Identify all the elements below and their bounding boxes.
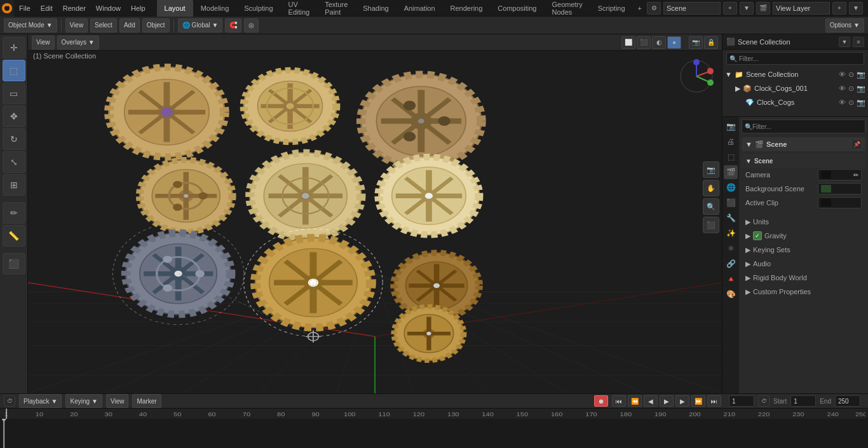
scale-tool[interactable]: ⤡ [3, 151, 25, 173]
add-menu[interactable]: Add [119, 18, 140, 32]
wireframe-shading[interactable]: ⬜ [621, 36, 635, 49]
camera-view[interactable]: 📷 [689, 36, 703, 49]
outliner-filter-btn[interactable]: ▼ [839, 37, 850, 47]
props-particles-icon[interactable]: ✨ [724, 226, 738, 240]
viewport-zoom-btn[interactable]: 🔍 [703, 198, 719, 215]
object-menu[interactable]: Object [142, 18, 170, 32]
outliner-item-clock-cogs[interactable]: 💎 Clock_Cogs 👁 ⊙ 📷 [722, 95, 868, 109]
props-object-icon[interactable]: ⬛ [724, 196, 738, 210]
playback-menu[interactable]: Playback ▼ [19, 394, 62, 408]
outliner-scene-collection[interactable]: ▼ 📁 Scene Collection 👁 ⊙ 📷 [722, 67, 868, 81]
tab-shading[interactable]: Shading [355, 0, 396, 17]
tab-uv-editing[interactable]: UV Editing [281, 0, 318, 17]
viewport-view-menu[interactable]: View [32, 36, 55, 50]
skip-end-button[interactable]: ⏭ [707, 395, 721, 407]
rotate-tool[interactable]: ↻ [3, 128, 25, 150]
solid-shading[interactable]: ⬛ [637, 36, 651, 49]
cursor-tool[interactable]: ✛ [3, 37, 25, 58]
camera-value[interactable]: ✏ [818, 169, 862, 180]
record-button[interactable]: ⏺ [594, 395, 608, 407]
play-button[interactable]: ▶ [660, 395, 674, 407]
custom-props-section[interactable]: ▶ Custom Properties [742, 285, 865, 299]
lock-camera[interactable]: 🔒 [704, 36, 718, 49]
snap-toggle[interactable]: 🧲 [225, 18, 241, 32]
view-layer-options-icon[interactable]: ▼ [849, 2, 863, 15]
tab-texture-paint[interactable]: Texture Paint [317, 0, 355, 17]
rigid-body-section[interactable]: ▶ Rigid Body World [742, 271, 865, 285]
viewport-hand-btn[interactable]: ✋ [703, 180, 719, 196]
transform-selector[interactable]: 🌐 Global ▼ [178, 18, 223, 32]
skip-start-button[interactable]: ⏮ [612, 395, 626, 407]
props-output-icon[interactable]: 🖨 [724, 135, 738, 149]
active-clip-value[interactable] [818, 197, 862, 208]
tab-layout[interactable]: Layout [157, 0, 193, 17]
viewport-gizmo[interactable]: X Y Z [677, 57, 715, 97]
menu-help[interactable]: Help [126, 0, 151, 17]
move-tool[interactable]: ✥ [3, 105, 25, 127]
active-workspace-icon[interactable]: ⚙ [647, 2, 661, 15]
select-tool[interactable]: ⬚ [3, 60, 25, 81]
tab-scripting[interactable]: Scripting [590, 0, 633, 17]
select-menu[interactable]: Select [90, 18, 117, 32]
audio-section[interactable]: ▶ Audio [742, 257, 865, 271]
outliner-search[interactable]: 🔍 Filter... [726, 52, 864, 65]
proportional-edit[interactable]: ◎ [244, 18, 259, 32]
props-data-icon[interactable]: 🔺 [724, 272, 738, 286]
keying-menu[interactable]: Keying ▼ [65, 394, 102, 408]
current-frame-input[interactable]: 1 [729, 395, 754, 407]
units-section[interactable]: ▶ Units [742, 215, 865, 229]
viewport[interactable]: View Overlays ▼ ⬜ ⬛ ◐ ● 📷 🔒 [28, 34, 722, 393]
tab-modeling[interactable]: Modeling [193, 0, 237, 17]
annotate-tool[interactable]: ✏ [3, 202, 25, 224]
camera-edit-icon[interactable]: ✏ [853, 172, 858, 179]
add-workspace-button[interactable]: + [633, 4, 647, 12]
gravity-checkbox[interactable]: ✓ [753, 231, 762, 240]
scene-section-header[interactable]: ▼ 🎬 Scene 📌 [742, 137, 865, 151]
menu-window[interactable]: Window [91, 0, 126, 17]
props-search[interactable]: 🔍 Filter... [742, 119, 865, 133]
menu-file[interactable]: File [14, 0, 36, 17]
marker-menu[interactable]: Marker [132, 394, 161, 408]
add-cube-tool[interactable]: ⬛ [3, 253, 25, 275]
outliner-item-clock-cogs-001[interactable]: ▶ 📦 Clock_Cogs_001 👁 ⊙ 📷 [722, 81, 868, 95]
props-scene-icon[interactable]: 🎬 [724, 165, 738, 179]
tab-animation[interactable]: Animation [397, 0, 443, 17]
view-layer-selector[interactable]: View Layer [773, 2, 830, 15]
viewport-overlays[interactable]: Overlays ▼ [57, 36, 99, 50]
tab-sculpting[interactable]: Sculpting [236, 0, 280, 17]
view-layer-add-icon[interactable]: + [832, 2, 846, 15]
props-modifier-icon[interactable]: 🔧 [724, 211, 738, 225]
prev-keyframe-button[interactable]: ◀ [644, 395, 658, 407]
menu-render[interactable]: Render [58, 0, 91, 17]
scene-options-pin[interactable]: 📌 [851, 139, 862, 149]
tab-geometry-nodes[interactable]: Geometry Nodes [544, 0, 590, 17]
view-menu[interactable]: View [65, 18, 88, 32]
measure-tool[interactable]: 📏 [3, 225, 25, 247]
tab-rendering[interactable]: Rendering [443, 0, 491, 17]
viewport-render-btn[interactable]: ⬛ [703, 217, 719, 233]
timeline-view-menu[interactable]: View [106, 394, 129, 408]
end-frame-input[interactable]: 250 [835, 395, 860, 407]
timeline-strip[interactable] [0, 419, 868, 448]
menu-edit[interactable]: Edit [36, 0, 58, 17]
props-constraints-icon[interactable]: 🔗 [724, 257, 738, 271]
transform-tool[interactable]: ⊞ [3, 174, 25, 196]
background-scene-value[interactable] [818, 183, 862, 194]
options-button[interactable]: Options ▼ [825, 18, 864, 32]
scene-sub-header[interactable]: ▼ Scene [742, 154, 865, 168]
props-material-icon[interactable]: 🎨 [724, 287, 738, 301]
object-mode-selector[interactable]: Object Mode ▼ [4, 18, 57, 32]
props-physics-icon[interactable]: ⚛ [724, 241, 738, 255]
start-frame-input[interactable]: 1 [790, 395, 816, 407]
scene-add-icon[interactable]: + [723, 2, 737, 15]
keying-sets-section[interactable]: ▶ Keying Sets [742, 243, 865, 257]
viewport-camera-btn[interactable]: 📷 [703, 161, 719, 178]
scene-selector[interactable]: Scene [663, 2, 721, 15]
prev-frame-button[interactable]: ⏪ [628, 395, 642, 407]
props-world-icon[interactable]: 🌐 [724, 180, 738, 194]
scene-options-icon[interactable]: ▼ [740, 2, 754, 15]
props-render-icon[interactable]: 📷 [724, 119, 738, 133]
time-unit-icon[interactable]: ⏱ [758, 395, 770, 407]
props-view-layer-icon[interactable]: ⬚ [724, 150, 738, 164]
next-frame-button[interactable]: ⏩ [691, 395, 705, 407]
